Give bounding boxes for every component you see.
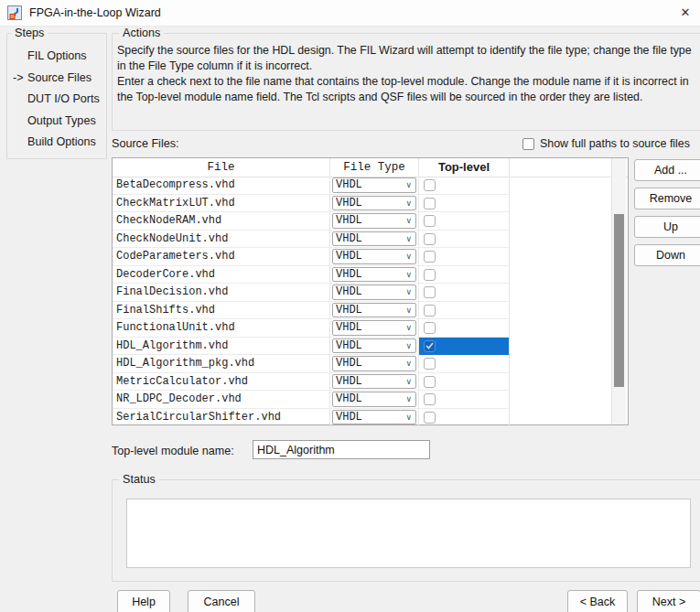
file-type-value: VHDL [336,375,362,388]
file-type-dropdown[interactable]: VHDL∨ [332,303,416,318]
top-level-cell[interactable] [419,195,510,213]
top-level-cell[interactable] [419,177,510,195]
top-level-checkbox[interactable] [424,233,436,245]
top-level-cell[interactable] [419,248,510,266]
file-type-dropdown[interactable]: VHDL∨ [332,338,416,354]
file-name-cell[interactable]: FinalShifts.vhd [113,302,330,320]
file-name-cell[interactable]: CodeParameters.vhd [113,248,330,266]
file-name-cell[interactable]: BetaDecompress.vhd [113,177,330,195]
top-level-cell[interactable] [419,266,510,285]
show-full-paths-checkbox[interactable] [522,138,534,150]
file-name-cell[interactable]: SerialCircularShifter.vhd [113,409,330,427]
file-name-cell[interactable]: CheckNodeUnit.vhd [113,231,330,249]
down-button[interactable]: Down [634,244,700,266]
remove-button[interactable]: Remove [634,188,700,209]
file-type-value: VHDL [336,197,362,209]
table-vertical-scrollbar[interactable] [611,158,626,424]
file-name-cell[interactable]: HDL_Algorithm_pkg.vhd [113,355,330,373]
top-level-cell[interactable] [419,231,510,249]
sidebar-item-label: Source Files [27,68,92,90]
actions-description: Specify the source files for the HDL des… [117,43,700,105]
top-level-cell[interactable] [419,284,510,302]
sidebar-item-build-options: Build Options [13,132,104,154]
table-row: FunctionalUnit.vhdVHDL∨ [113,319,628,338]
file-type-dropdown[interactable]: VHDL∨ [332,177,416,193]
file-type-dropdown[interactable]: VHDL∨ [332,213,416,229]
file-type-dropdown[interactable]: VHDL∨ [332,249,416,264]
top-level-checkbox[interactable] [424,322,436,334]
back-button[interactable]: < Back [567,590,628,612]
top-level-checkbox[interactable] [424,358,436,370]
show-full-paths-label: Show full paths to source files [540,137,690,150]
file-name-cell[interactable]: FunctionalUnit.vhd [113,319,330,338]
top-level-cell[interactable] [419,338,510,356]
top-level-module-name-input[interactable] [253,440,430,459]
top-level-checkbox[interactable] [424,286,436,298]
file-type-dropdown[interactable]: VHDL∨ [332,267,416,283]
actions-panel-title: Actions [119,27,164,39]
top-level-checkbox[interactable] [424,269,436,281]
table-row: CheckNodeRAM.vhdVHDL∨ [113,212,628,231]
file-name-cell[interactable]: CheckNodeRAM.vhd [113,212,330,231]
chevron-down-icon: ∨ [405,392,412,406]
file-type-cell: VHDL∨ [330,248,419,266]
sidebar-item-label: Output Types [27,111,96,133]
file-type-cell: VHDL∨ [330,195,419,213]
top-level-checkbox[interactable] [424,340,436,352]
file-type-cell: VHDL∨ [330,177,419,195]
top-level-cell[interactable] [419,409,510,427]
top-level-checkbox[interactable] [424,412,436,424]
file-name-cell[interactable]: CheckMatrixLUT.vhd [113,195,330,213]
file-type-dropdown[interactable]: VHDL∨ [332,374,416,390]
top-level-cell[interactable] [419,355,510,373]
file-type-dropdown[interactable]: VHDL∨ [332,285,416,300]
top-level-checkbox[interactable] [424,215,436,227]
file-name-cell[interactable]: HDL_Algorithm.vhd [113,338,330,356]
top-level-cell[interactable] [419,319,510,338]
up-button[interactable]: Up [634,216,700,238]
cancel-button[interactable]: Cancel [188,590,255,612]
next-button[interactable]: Next > [637,590,700,612]
file-type-value: VHDL [336,392,362,405]
chevron-down-icon: ∨ [405,197,412,210]
top-level-checkbox[interactable] [424,198,436,209]
close-icon[interactable]: ✕ [676,4,695,22]
top-level-checkbox[interactable] [424,305,436,317]
file-type-dropdown[interactable]: VHDL∨ [332,196,416,211]
file-type-dropdown[interactable]: VHDL∨ [332,410,416,425]
sidebar-item-label: FIL Options [27,46,87,68]
help-button[interactable]: Help [117,590,170,612]
chevron-down-icon: ∨ [405,357,412,370]
fil-wizard-window: { "window": { "title": "FPGA-in-the-Loop… [0,0,700,612]
file-name-cell[interactable]: NR_LDPC_Decoder.vhd [113,391,330,409]
status-message-area [126,499,691,568]
file-type-dropdown[interactable]: VHDL∨ [332,392,416,407]
sidebar-item-output-types: Output Types [13,111,104,133]
source-files-rows: BetaDecompress.vhdVHDL∨CheckMatrixLUT.vh… [113,177,628,426]
file-name-cell[interactable]: DecoderCore.vhd [113,266,330,285]
file-type-dropdown[interactable]: VHDL∨ [332,320,416,336]
top-level-cell[interactable] [419,302,510,320]
scrollbar-thumb[interactable] [614,214,624,387]
file-type-value: VHDL [336,214,362,227]
table-row: BetaDecompress.vhdVHDL∨ [113,177,628,195]
steps-panel-title: Steps [11,27,48,39]
chevron-down-icon: ∨ [405,411,412,424]
file-name-cell[interactable]: MetricCalculator.vhd [113,373,330,392]
file-name-cell[interactable]: FinalDecision.vhd [113,284,330,302]
fil-wizard-app-icon [7,5,22,20]
top-level-cell[interactable] [419,212,510,231]
add-button[interactable]: Add ... [634,159,700,181]
file-type-dropdown[interactable]: VHDL∨ [332,231,416,247]
top-level-cell[interactable] [419,373,510,392]
chevron-down-icon: ∨ [405,285,412,299]
top-level-checkbox[interactable] [424,393,436,405]
show-full-paths-option[interactable]: Show full paths to source files [522,137,690,150]
top-level-checkbox[interactable] [424,376,436,388]
top-level-cell[interactable] [419,391,510,409]
top-level-checkbox[interactable] [424,179,436,191]
file-type-dropdown[interactable]: VHDL∨ [332,356,416,371]
file-type-cell: VHDL∨ [330,373,419,392]
top-level-checkbox[interactable] [424,251,436,263]
sidebar-item-fil-options: FIL Options [13,46,104,68]
